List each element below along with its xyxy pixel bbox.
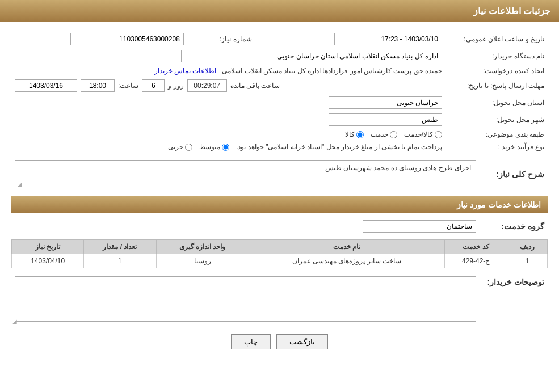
mohlat-date-input[interactable] — [15, 79, 77, 92]
print-button[interactable]: چاپ — [231, 334, 271, 349]
shahr-value — [11, 111, 445, 128]
ijad-value: حمیده حق پرست کارشناس امور قراردادها ادا… — [11, 65, 445, 77]
ijad-link[interactable]: اطلاعات تماس خریدار — [154, 67, 217, 75]
cell-radif: 1 — [507, 254, 547, 268]
mohlat-label: مهلت ارسال پاسخ: تا تاریخ: — [445, 77, 548, 94]
cell-date: 1403/04/10 — [12, 254, 84, 268]
ostan-input[interactable] — [329, 96, 442, 109]
grooh-label: گروه خدمت: — [480, 218, 548, 235]
rooz-label: روز و — [168, 82, 183, 90]
saat-mande-label: ساعت باقی مانده — [230, 82, 280, 90]
back-button[interactable]: بازگشت — [276, 334, 328, 349]
resize-handle[interactable]: ◢ — [15, 181, 22, 188]
ostan-label: استان محل تحویل: — [445, 94, 548, 111]
grooh-input[interactable] — [363, 220, 476, 233]
col-radif: ردیف — [507, 240, 547, 254]
services-table: ردیف کد خدمت نام خدمت واحد اندازه گیری ت… — [11, 239, 548, 268]
sharh-box: اجرای طرح هادی روستای ده محمد شهرستان طب… — [15, 160, 476, 188]
cell-name: ساخت سایر پروژه‌های مهندسی عمران — [249, 254, 445, 268]
sharh-text: اجرای طرح هادی روستای ده محمد شهرستان طب… — [325, 164, 471, 172]
grooh-value-cell — [11, 218, 480, 235]
ijad-label: ایجاد کننده درخواست: — [445, 65, 548, 77]
shahr-label: شهر محل تحویل: — [445, 111, 548, 128]
nooe-label: نوع فرآیند خرید : — [445, 141, 548, 153]
nooe-row: پرداخت تمام یا بخشی از مبلغ خریداز محل "… — [11, 141, 445, 153]
tabaqe-label: طبقه بندی موضوعی: — [445, 128, 548, 141]
nooe-jozii[interactable]: جزیی — [168, 143, 192, 151]
tosif-textarea[interactable] — [15, 276, 476, 322]
shomara-value — [11, 31, 187, 48]
header-title: جزئیات اطلاعات نیاز — [473, 6, 550, 16]
saat-mande-value: 00:29:07 — [187, 79, 227, 92]
nooe-motavaset[interactable]: متوسط — [199, 143, 229, 151]
shomara-input[interactable] — [70, 33, 184, 45]
sharh-label: شرح کلی نیاز: — [480, 158, 548, 191]
col-unit: واحد اندازه گیری — [156, 240, 249, 254]
nam-dastgah-input[interactable] — [181, 50, 442, 62]
tosif-label: توصیحات خریدار: — [480, 274, 548, 326]
cell-count: 1 — [84, 254, 156, 268]
cell-unit: روستا — [156, 254, 249, 268]
tabaqe-kala-khidmat[interactable]: کالا/خدمت — [404, 130, 442, 138]
tabaqe-khidmat[interactable]: خدمت — [371, 130, 397, 138]
rooz-input[interactable] — [142, 79, 165, 92]
nooe-note: پرداخت تمام یا بخشی از مبلغ خریداز محل "… — [236, 143, 442, 151]
saat-label: ساعت: — [118, 82, 138, 90]
shomara-label: شماره نیاز: — [187, 31, 255, 48]
sharh-value-cell: اجرای طرح هادی روستای ده محمد شهرستان طب… — [11, 158, 480, 191]
cell-code: ج-42-429 — [445, 254, 507, 268]
tarikh-label: تاریخ و ساعت اعلان عمومی: — [445, 31, 548, 48]
sharh-section: شرح کلی نیاز: اجرای طرح هادی روستای ده م… — [11, 158, 548, 191]
khadamat-section-title: اطلاعات خدمات مورد نیاز — [11, 196, 548, 213]
table-row: 1 ج-42-429 ساخت سایر پروژه‌های مهندسی عم… — [12, 254, 548, 268]
page-wrapper: جزئیات اطلاعات نیاز تاریخ و ساعت اعلان ع… — [0, 0, 559, 392]
ijad-text: حمیده حق پرست کارشناس امور قراردادها ادا… — [222, 67, 442, 75]
tabaqe-kala[interactable]: کالا — [345, 130, 364, 138]
ostan-value — [11, 94, 445, 111]
grooh-table: گروه خدمت: — [11, 218, 548, 235]
col-count: تعداد / مقدار — [84, 240, 156, 254]
tarikh-value — [278, 31, 445, 48]
tosif-table: توصیحات خریدار: ◢ — [11, 274, 548, 326]
col-name: نام خدمت — [249, 240, 445, 254]
saat-input[interactable] — [81, 79, 115, 92]
tabaqe-options: کالا/خدمت خدمت کالا — [11, 128, 445, 141]
col-date: تاریخ نیاز — [12, 240, 84, 254]
nam-dastgah-label: نام دستگاه خریدار: — [445, 48, 548, 65]
page-header: جزئیات اطلاعات نیاز — [0, 0, 559, 22]
nam-dastgah-value — [11, 48, 445, 65]
tosif-value-cell: ◢ — [11, 274, 480, 326]
content-area: تاریخ و ساعت اعلان عمومی: شماره نیاز: نا… — [0, 22, 559, 366]
col-code: کد خدمت — [445, 240, 507, 254]
buttons-row: بازگشت چاپ — [11, 334, 548, 349]
shahr-input[interactable] — [329, 113, 442, 126]
tarikh-input[interactable] — [334, 33, 442, 45]
info-table: تاریخ و ساعت اعلان عمومی: شماره نیاز: نا… — [11, 31, 548, 153]
tosif-resize: ◢ — [12, 318, 17, 324]
mohlat-row: ساعت باقی مانده 00:29:07 روز و ساعت: — [11, 77, 445, 94]
